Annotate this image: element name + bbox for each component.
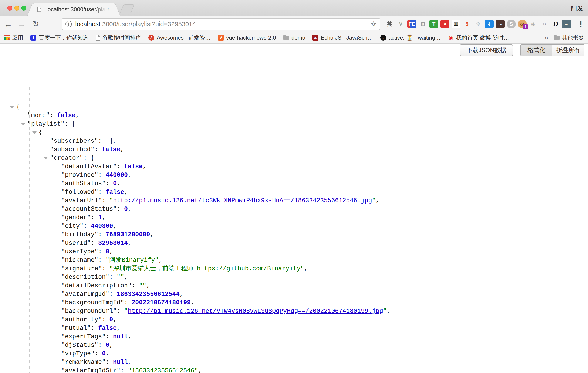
other-bookmarks-folder[interactable]: 其他书签 xyxy=(554,34,584,42)
browser-window: { "window": { "profile_name": "阿发" }, "t… xyxy=(0,0,588,373)
bookmark-item[interactable]: JSEcho JS - JavaScri… xyxy=(313,34,373,41)
json-line: { xyxy=(0,128,588,137)
bookmark-item[interactable]: ✻百度一下，你就知道 xyxy=(30,34,88,42)
reload-button[interactable]: ↻ xyxy=(30,16,42,32)
json-line: { xyxy=(0,103,588,111)
json-url-link[interactable]: http://p1.music.126.net/tc3Wk_XNPmwiR4hx… xyxy=(113,197,372,204)
forward-button[interactable]: → xyxy=(16,16,28,32)
extensions-row: 英VFE⊞T»▦5✥⇓ooSω1◉➳D•••| xyxy=(385,16,571,32)
active-tab[interactable]: localhost:3000/user/playlist?ui × xyxy=(34,3,114,16)
bookmark-label: Echo JS - JavaScri… xyxy=(321,34,373,41)
json-line: "detailDescription": "", xyxy=(0,282,588,290)
url-text[interactable]: localhost:3000/user/playlist?uid=3295301… xyxy=(75,21,196,28)
bookmark-item[interactable]: AAwesomes - 前端资… xyxy=(148,34,211,42)
collapse-toggle-icon[interactable] xyxy=(21,123,25,126)
json-line: "subscribers": [], xyxy=(0,137,588,145)
collapse-all-button[interactable]: 折叠所有 xyxy=(552,45,584,56)
bookmark-label: 百度一下，你就知道 xyxy=(39,34,88,42)
html5-player-extension-icon[interactable]: 5 xyxy=(462,20,472,29)
bookmark-item[interactable]: ↓active: ⏳ - waiting… xyxy=(380,34,441,41)
fe-extension-icon[interactable]: FE xyxy=(407,20,416,29)
bookmarks-bar: 应用✻百度一下，你就知道谷歌按时间排序AAwesomes - 前端资…Vvue-… xyxy=(0,32,588,43)
json-line: "djStatus": 0, xyxy=(0,341,588,350)
baidu-icon: ✻ xyxy=(30,35,36,41)
video-download-extension-icon[interactable]: » xyxy=(441,20,449,29)
collapse-toggle-icon[interactable] xyxy=(43,157,48,160)
weibo-grey-extension-icon[interactable]: ◉ xyxy=(529,20,538,29)
json-line: "nickname": "阿发Binaryify", xyxy=(0,256,588,265)
collapse-toggle-icon[interactable] xyxy=(10,106,14,108)
d-extension-icon[interactable]: D xyxy=(551,20,560,29)
paw-extension-icon[interactable]: ✥ xyxy=(474,20,483,29)
format-button[interactable]: 格式化 xyxy=(521,45,552,56)
page-icon xyxy=(96,35,100,41)
bookmark-item[interactable]: ◉我的首页 微博-随时… xyxy=(448,34,509,42)
json-line: "gender": 1, xyxy=(0,213,588,222)
sitemap-extension-icon[interactable]: ⊞ xyxy=(418,20,427,29)
echojs-icon: JS xyxy=(313,35,318,41)
json-line: "authStatus": 0, xyxy=(0,180,588,188)
s-extension-icon[interactable]: S xyxy=(507,20,516,29)
shield-t-extension-icon[interactable]: T xyxy=(430,20,438,29)
json-line: "remarkName": null, xyxy=(0,358,588,367)
weibo-icon: ◉ xyxy=(448,35,454,41)
back-button[interactable]: ← xyxy=(2,16,14,32)
window-minimize-button[interactable] xyxy=(14,6,19,11)
json-line: "backgroundImgId": 2002210674180199, xyxy=(0,298,588,307)
qrcode-extension-icon[interactable]: ▦ xyxy=(452,20,461,29)
window-zoom-button[interactable] xyxy=(21,6,26,11)
mask-extension-icon[interactable]: oo xyxy=(496,20,505,29)
json-viewer: {"more": false,"playlist": [{"subscriber… xyxy=(0,60,588,373)
bookmark-label: active: ⏳ - waiting… xyxy=(388,34,441,41)
bookmark-item[interactable]: 谷歌按时间排序 xyxy=(96,34,141,42)
json-line: "avatarUrl": "http://p1.music.126.net/tc… xyxy=(0,196,588,205)
tab-favicon-page-icon xyxy=(37,7,41,12)
bookmark-item[interactable]: 应用 xyxy=(4,34,23,42)
json-line: "playlist": [ xyxy=(0,120,588,128)
json-url-link[interactable]: http://p1.music.126.net/VTW4vsN08vwL3uSQ… xyxy=(128,308,383,315)
url-host: localhost xyxy=(75,21,100,27)
profile-name[interactable]: 阿发 xyxy=(571,4,583,13)
download-json-button[interactable]: 下载JSON数据 xyxy=(460,44,513,56)
json-line: "more": false, xyxy=(0,111,588,120)
url-path: :3000/user/playlist?uid=32953014 xyxy=(100,21,196,27)
translate-extension-icon[interactable]: 英 xyxy=(385,20,394,29)
new-tab-button[interactable] xyxy=(120,4,135,13)
hummingbird-extension-icon[interactable]: ➳ xyxy=(540,20,549,29)
download-shield-extension-icon[interactable]: ⇓ xyxy=(485,20,494,29)
collapse-toggle-icon[interactable] xyxy=(32,131,37,134)
bookmark-label: 我的首页 微博-随时… xyxy=(456,34,509,42)
json-line: "userType": 0, xyxy=(0,247,588,256)
bookmark-label: 应用 xyxy=(12,34,23,42)
bookmark-item[interactable]: demo xyxy=(283,34,305,41)
toolbar: ← → ↻ i localhost:3000/user/playlist?uid… xyxy=(0,16,588,32)
bookmark-label: demo xyxy=(292,34,305,41)
tab-strip: localhost:3000/user/playlist?ui × 阿发 xyxy=(0,0,588,16)
view-mode-segmented-control: 格式化 折叠所有 xyxy=(520,44,584,56)
monkey-extension-icon[interactable]: ω1 xyxy=(518,20,527,29)
json-line: "signature": "深圳市爱猫人士，前端工程师 https://gith… xyxy=(0,265,588,273)
ellipsis-panel-extension-icon[interactable]: •••| xyxy=(562,20,571,29)
window-close-button[interactable] xyxy=(7,6,12,11)
bookmark-label: vue-hackernews-2.0 xyxy=(226,34,276,41)
bookmark-label: 谷歌按时间排序 xyxy=(103,34,141,42)
folder-icon xyxy=(554,35,560,41)
address-bar[interactable]: i localhost:3000/user/playlist?uid=32953… xyxy=(62,18,380,30)
tab-close-icon[interactable]: × xyxy=(106,6,112,12)
vue-devtools-extension-icon[interactable]: V xyxy=(396,20,405,29)
bookmark-label: Awesomes - 前端资… xyxy=(157,34,211,42)
folder-icon xyxy=(283,35,289,41)
json-line: "subscribed": false, xyxy=(0,145,588,154)
bookmarks-overflow-chevron[interactable]: » xyxy=(545,34,548,41)
json-line: "city": 440300, xyxy=(0,222,588,231)
json-line: "userId": 32953014, xyxy=(0,239,588,247)
vue-icon: V xyxy=(218,35,224,41)
page-info-icon[interactable]: i xyxy=(65,21,72,27)
bookmark-star-icon[interactable]: ☆ xyxy=(370,20,377,28)
json-line: "backgroundUrl": "http://p1.music.126.ne… xyxy=(0,307,588,316)
json-line: "birthday": 768931200000, xyxy=(0,231,588,239)
bookmark-item[interactable]: Vvue-hackernews-2.0 xyxy=(218,34,276,41)
extension-badge: 1 xyxy=(523,24,528,29)
json-line: "vipType": 0, xyxy=(0,350,588,358)
browser-menu-icon[interactable]: ⋮ xyxy=(577,16,585,32)
